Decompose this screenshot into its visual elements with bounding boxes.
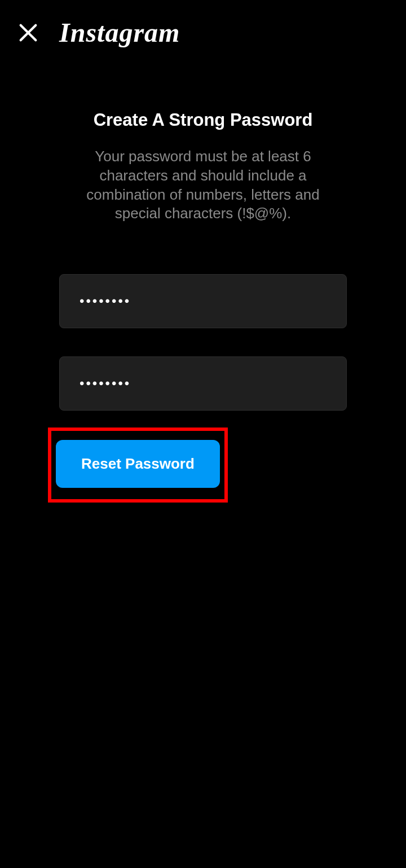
close-icon[interactable] [17,21,39,44]
reset-password-button[interactable]: Reset Password [56,440,220,488]
password-field[interactable] [59,274,347,328]
header: Instagram [0,0,406,59]
brand-logo: Instagram [59,17,180,48]
page-title: Create A Strong Password [94,110,313,130]
highlight-annotation: Reset Password [48,428,228,503]
confirm-password-field[interactable] [59,356,347,411]
content: Create A Strong Password Your password m… [0,59,406,503]
x-icon [17,21,39,44]
page-subtitle: Your password must be at least 6 charact… [59,147,347,223]
